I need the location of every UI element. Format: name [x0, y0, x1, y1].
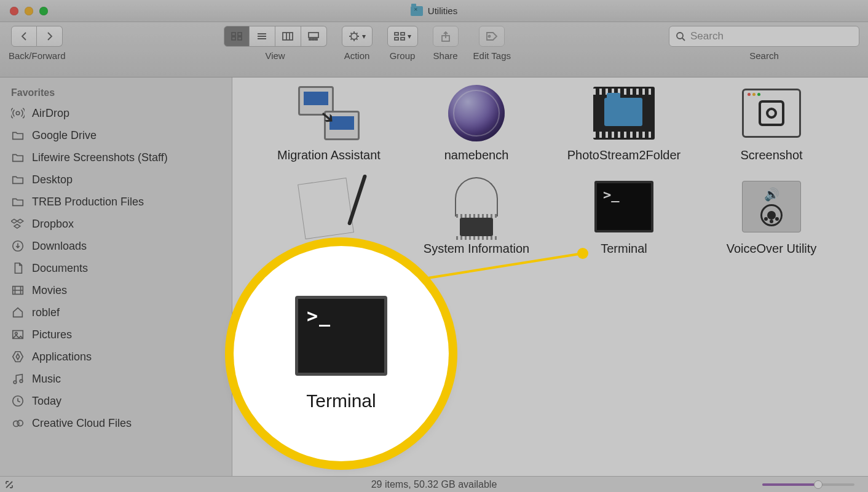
edit-tags-button[interactable] [479, 26, 505, 47]
app-screenshot[interactable]: Screenshot [698, 85, 845, 162]
tags-group: Edit Tags [473, 26, 511, 61]
content-area[interactable]: ➔ Migration Assistant namebench PhotoStr… [232, 77, 868, 476]
view-gallery-button[interactable] [301, 26, 327, 47]
svg-rect-8 [315, 39, 317, 40]
nav-group: Back/Forward [9, 26, 66, 61]
sidebar-item-treb[interactable]: TREB Production Files [0, 191, 232, 213]
sidebar: Favorites AirDrop Google Drive Lifewire … [0, 77, 232, 476]
home-icon [11, 306, 25, 319]
sidebar-item-desktop[interactable]: Desktop [0, 169, 232, 191]
app-migration-assistant[interactable]: ➔ Migration Assistant [255, 85, 403, 162]
svg-point-26 [17, 420, 23, 426]
sidebar-item-label: roblef [32, 306, 60, 319]
minimize-window-button[interactable] [25, 7, 33, 15]
sidebar-item-movies[interactable]: Movies [0, 279, 232, 301]
close-window-button[interactable] [10, 7, 18, 15]
sidebar-item-label: Pictures [32, 328, 72, 341]
svg-point-16 [677, 33, 683, 39]
app-label: Migration Assistant [277, 148, 381, 162]
sidebar-item-pictures[interactable]: Pictures [0, 323, 232, 346]
finder-window: Utilities Back/Forward [0, 0, 868, 492]
sidebar-item-label: Documents [32, 262, 88, 275]
svg-rect-1 [238, 33, 242, 36]
dropbox-icon [11, 217, 25, 231]
sidebar-item-label: Downloads [32, 240, 87, 253]
group-button[interactable]: ▾ [387, 26, 418, 47]
app-voiceover-utility[interactable]: 🔊 VoiceOver Utility [698, 178, 845, 256]
app-label: VoiceOver Utility [727, 241, 817, 256]
migration-assistant-icon: ➔ [298, 86, 360, 140]
app-label: namebench [444, 148, 509, 162]
applications-icon [11, 350, 25, 363]
view-icon-button[interactable] [224, 26, 250, 47]
nav-label: Back/Forward [9, 50, 66, 61]
toolbar: Back/Forward View [0, 22, 868, 77]
svg-rect-6 [309, 39, 311, 40]
zoom-window-button[interactable] [39, 7, 48, 15]
sidebar-item-music[interactable]: Music [0, 368, 232, 390]
utilities-folder-icon [411, 6, 423, 16]
view-column-button[interactable] [275, 26, 301, 47]
voiceover-icon: 🔊 [742, 181, 801, 232]
sidebar-item-label: Creative Cloud Files [32, 417, 132, 430]
app-script-editor[interactable]: Script Editor [255, 178, 403, 256]
titlebar: Utilities [0, 0, 868, 22]
sidebar-item-applications[interactable]: Applications [0, 346, 232, 368]
group-group: ▾ Group [387, 26, 418, 61]
app-photostream2folder[interactable]: PhotoStream2Folder [550, 85, 698, 162]
svg-rect-4 [283, 33, 293, 40]
sidebar-item-lifewire[interactable]: Lifewire Screenshots (Staff) [0, 146, 232, 169]
search-field[interactable] [669, 26, 859, 47]
forward-button[interactable] [37, 26, 63, 47]
search-input[interactable] [690, 30, 853, 42]
documents-icon [11, 261, 25, 275]
movies-icon [11, 284, 25, 297]
sidebar-item-label: AirDrop [32, 107, 69, 120]
folder-icon [11, 151, 25, 164]
chevron-down-icon: ▾ [362, 32, 366, 41]
sidebar-item-label: Today [32, 395, 61, 408]
action-button[interactable]: ▾ [342, 26, 373, 47]
sidebar-item-creative-cloud[interactable]: Creative Cloud Files [0, 412, 232, 434]
svg-rect-2 [232, 37, 235, 40]
app-terminal[interactable]: Terminal [550, 178, 698, 256]
folder-icon [11, 173, 25, 186]
svg-rect-12 [395, 38, 398, 40]
back-button[interactable] [11, 26, 37, 47]
sidebar-item-label: Google Drive [32, 129, 97, 142]
folder-icon [11, 129, 25, 142]
airdrop-icon [11, 106, 25, 120]
svg-point-9 [351, 33, 357, 39]
clock-icon [11, 394, 25, 408]
svg-rect-5 [309, 33, 318, 38]
sidebar-item-label: Applications [32, 351, 92, 363]
app-system-information[interactable]: System Information [403, 178, 550, 256]
search-label: Search [749, 50, 779, 61]
view-list-button[interactable] [250, 26, 275, 47]
photostream-icon [593, 87, 655, 140]
window-body: Favorites AirDrop Google Drive Lifewire … [0, 77, 868, 476]
svg-point-22 [14, 381, 17, 384]
group-label: Group [390, 50, 416, 61]
svg-rect-3 [238, 37, 242, 40]
icon-size-slider[interactable] [762, 483, 854, 486]
screenshot-icon [742, 89, 801, 138]
sidebar-item-label: Dropbox [32, 218, 74, 231]
share-button[interactable] [433, 26, 459, 47]
sidebar-item-today[interactable]: Today [0, 390, 232, 412]
svg-point-21 [15, 332, 17, 335]
view-label: View [265, 50, 285, 61]
sidebar-item-downloads[interactable]: Downloads [0, 235, 232, 257]
sidebar-item-google-drive[interactable]: Google Drive [0, 124, 232, 146]
sidebar-item-documents[interactable]: Documents [0, 257, 232, 279]
sidebar-item-airdrop[interactable]: AirDrop [0, 102, 232, 124]
status-bar: 29 items, 50.32 GB available [0, 476, 868, 492]
creative-cloud-icon [11, 416, 25, 430]
sidebar-item-dropbox[interactable]: Dropbox [0, 213, 232, 235]
app-namebench[interactable]: namebench [403, 85, 550, 162]
pictures-icon [11, 328, 25, 341]
terminal-icon [594, 181, 653, 232]
action-group: ▾ Action [342, 26, 373, 61]
sidebar-item-label: Music [32, 373, 61, 386]
sidebar-item-home[interactable]: roblef [0, 301, 232, 323]
